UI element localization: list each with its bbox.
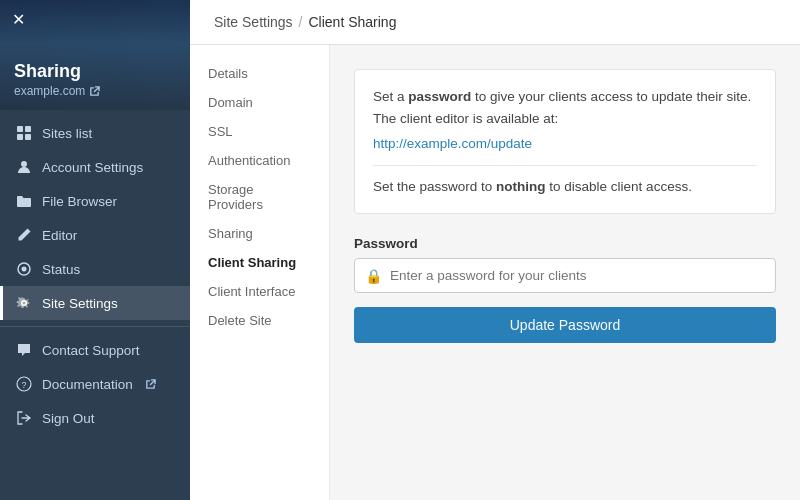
sidebar-item-editor[interactable]: Editor — [0, 218, 190, 252]
update-password-button[interactable]: Update Password — [354, 307, 776, 343]
svg-point-4 — [21, 161, 27, 167]
sidebar-item-contact-support[interactable]: Contact Support — [0, 333, 190, 367]
external-link-icon — [89, 86, 100, 97]
sidebar-item-label: Sites list — [42, 126, 92, 141]
gear-icon — [16, 295, 32, 311]
info-box: Set a password to give your clients acce… — [354, 69, 776, 214]
subnav-item-authentication[interactable]: Authentication — [190, 146, 329, 175]
password-input[interactable] — [390, 259, 765, 292]
chat-icon — [16, 342, 32, 358]
subnav-item-delete-site[interactable]: Delete Site — [190, 306, 329, 335]
sidebar-nav: Sites list Account Settings File Browser… — [0, 110, 190, 500]
status-icon — [16, 261, 32, 277]
sidebar-divider — [0, 326, 190, 327]
topbar: Site Settings / Client Sharing — [190, 0, 800, 45]
sidebar-item-status[interactable]: Status — [0, 252, 190, 286]
main: Site Settings / Client Sharing Details D… — [190, 0, 800, 500]
sidebar-item-label: Site Settings — [42, 296, 118, 311]
pencil-icon — [16, 227, 32, 243]
site-url: example.com — [14, 84, 176, 98]
sidebar: ✕ Sharing example.com Sites list Account… — [0, 0, 190, 500]
sidebar-item-account-settings[interactable]: Account Settings — [0, 150, 190, 184]
folder-icon — [16, 193, 32, 209]
subnav-item-details[interactable]: Details — [190, 59, 329, 88]
sidebar-item-label: Editor — [42, 228, 77, 243]
svg-text:?: ? — [21, 380, 26, 390]
subnav-item-client-sharing[interactable]: Client Sharing — [190, 248, 329, 277]
subnav-item-ssl[interactable]: SSL — [190, 117, 329, 146]
content-area: Details Domain SSL Authentication Storag… — [190, 45, 800, 500]
password-input-wrap: 🔒 — [354, 258, 776, 293]
info-line-1: Set a password to give your clients acce… — [373, 86, 757, 129]
sidebar-item-label: Status — [42, 262, 80, 277]
svg-rect-2 — [17, 134, 23, 140]
sidebar-item-label: Contact Support — [42, 343, 140, 358]
info-divider — [373, 165, 757, 166]
sidebar-item-label: Documentation — [42, 377, 133, 392]
subnav-item-storage-providers[interactable]: Storage Providers — [190, 175, 329, 219]
user-icon — [16, 159, 32, 175]
info-link[interactable]: http://example.com/update — [373, 136, 532, 151]
subnav-item-client-interface[interactable]: Client Interface — [190, 277, 329, 306]
breadcrumb-parent: Site Settings — [214, 14, 293, 30]
grid-icon — [16, 125, 32, 141]
page-content: Set a password to give your clients acce… — [330, 45, 800, 500]
svg-rect-3 — [25, 134, 31, 140]
password-label: Password — [354, 236, 776, 251]
breadcrumb-current: Client Sharing — [309, 14, 397, 30]
sidebar-item-site-settings[interactable]: Site Settings — [0, 286, 190, 320]
svg-rect-0 — [17, 126, 23, 132]
close-button[interactable]: ✕ — [12, 10, 25, 29]
sidebar-header: ✕ Sharing example.com — [0, 0, 190, 110]
sidebar-item-sign-out[interactable]: Sign Out — [0, 401, 190, 434]
sidebar-item-file-browser[interactable]: File Browser — [0, 184, 190, 218]
info-line-2: Set the password to nothing to disable c… — [373, 176, 757, 198]
sidebar-item-sites-list[interactable]: Sites list — [0, 116, 190, 150]
site-name: Sharing — [14, 61, 176, 82]
sidebar-item-documentation[interactable]: ? Documentation — [0, 367, 190, 401]
question-icon: ? — [16, 376, 32, 392]
sidebar-item-label: File Browser — [42, 194, 117, 209]
svg-rect-1 — [25, 126, 31, 132]
sidebar-item-label: Sign Out — [42, 411, 95, 426]
breadcrumb-separator: / — [299, 14, 303, 30]
external-icon — [145, 379, 156, 390]
signout-icon — [16, 410, 32, 426]
subnav-item-sharing[interactable]: Sharing — [190, 219, 329, 248]
lock-icon: 🔒 — [365, 268, 382, 284]
sidebar-item-label: Account Settings — [42, 160, 143, 175]
subnav-item-domain[interactable]: Domain — [190, 88, 329, 117]
svg-point-6 — [22, 267, 27, 272]
subnav: Details Domain SSL Authentication Storag… — [190, 45, 330, 500]
